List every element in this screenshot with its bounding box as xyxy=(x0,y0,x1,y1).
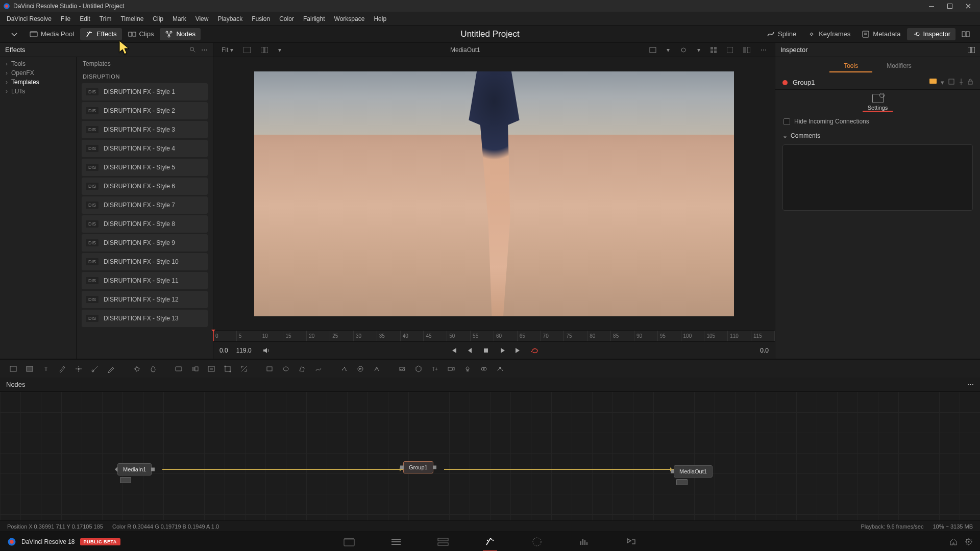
tree-item-tools[interactable]: ›Tools xyxy=(0,59,76,68)
comments-section-header[interactable]: ⌄ Comments xyxy=(775,129,980,142)
viewer-layout-1-button[interactable] xyxy=(240,46,254,54)
stop-button[interactable] xyxy=(479,344,493,357)
menu-davinci-resolve[interactable]: DaVinci Resolve xyxy=(2,12,56,25)
page-media[interactable] xyxy=(341,535,357,549)
hide-incoming-checkbox[interactable] xyxy=(783,118,790,125)
effect-item[interactable]: DISDISRUPTION FX - Style 12 xyxy=(82,291,208,308)
viewer-layout-dropdown[interactable]: ▾ xyxy=(275,45,284,55)
channelbool-tool[interactable] xyxy=(172,362,186,375)
node-versions-dropdown[interactable]: ▾ xyxy=(941,79,944,86)
node-pin-icon[interactable] xyxy=(959,79,964,86)
project-settings-icon[interactable] xyxy=(965,538,973,546)
metadata-tab[interactable]: Metadata xyxy=(856,28,905,40)
ellipse-mask-tool[interactable] xyxy=(279,362,293,375)
tree-item-templates[interactable]: ›Templates xyxy=(0,78,76,87)
menu-workspace[interactable]: Workspace xyxy=(330,12,370,25)
loop-button[interactable] xyxy=(528,344,542,357)
page-fairlight[interactable] xyxy=(576,535,592,549)
tree-item-openfx[interactable]: ›OpenFX xyxy=(0,68,76,78)
page-deliver[interactable] xyxy=(623,535,639,549)
effect-item[interactable]: DISDISRUPTION FX - Style 8 xyxy=(82,215,208,233)
window-maximize-button[interactable] xyxy=(941,1,959,11)
viewer-time-ruler[interactable]: 0510152025303540455055606570758085909510… xyxy=(213,330,775,341)
effect-item[interactable]: DISDISRUPTION FX - Style 2 xyxy=(82,102,208,119)
effect-item[interactable]: DISDISRUPTION FX - Style 3 xyxy=(82,121,208,138)
menu-fusion[interactable]: Fusion xyxy=(247,12,275,25)
viewer-roi-dropdown[interactable]: ▾ xyxy=(664,45,673,55)
menu-playback[interactable]: Playback xyxy=(213,12,247,25)
menu-edit[interactable]: Edit xyxy=(75,12,95,25)
light-tool[interactable] xyxy=(460,362,475,375)
image-plane-tool[interactable] xyxy=(395,362,409,375)
menu-fairlight[interactable]: Fairlight xyxy=(299,12,330,25)
menu-view[interactable]: View xyxy=(191,12,213,25)
viewer-fit-dropdown[interactable]: Fit ▾ xyxy=(218,45,236,55)
camera3d-tool[interactable] xyxy=(444,362,458,375)
effects-options-icon[interactable]: ⋯ xyxy=(201,46,208,54)
effect-item[interactable]: DISDISRUPTION FX - Style 7 xyxy=(82,196,208,214)
node-mediaout1[interactable]: MediaOut1 xyxy=(674,465,713,478)
play-button[interactable] xyxy=(496,344,509,357)
merge3d-tool[interactable] xyxy=(477,362,491,375)
page-cut[interactable] xyxy=(388,535,404,549)
nodes-options-icon[interactable]: ⋯ xyxy=(967,381,974,388)
text3d-tool[interactable]: T+ xyxy=(428,362,442,375)
polygon-mask-tool[interactable] xyxy=(295,362,309,375)
matte-tool[interactable] xyxy=(204,362,218,375)
nodes-graph[interactable]: MediaIn1 Group1 MediaOut1 xyxy=(0,392,980,532)
media-pool-tab[interactable]: Media Pool xyxy=(24,28,79,40)
first-frame-button[interactable] xyxy=(447,344,460,357)
comments-textarea[interactable] xyxy=(782,144,973,211)
inspector-expand-icon[interactable] xyxy=(968,47,975,53)
prender-tool[interactable] xyxy=(353,362,368,375)
keyframe-indicator-icon[interactable] xyxy=(929,79,937,84)
page-edit[interactable] xyxy=(435,535,451,549)
viewer-canvas[interactable] xyxy=(213,57,775,330)
inspector-modifiers-tab[interactable]: Modifiers xyxy=(872,60,926,72)
clips-tab[interactable]: Clips xyxy=(123,28,159,40)
viewer-color-button[interactable] xyxy=(724,46,736,54)
pspawn-tool[interactable] xyxy=(370,362,384,375)
viewer-layout-2-button[interactable] xyxy=(258,46,271,54)
page-fusion[interactable] xyxy=(482,535,498,549)
menu-trim[interactable]: Trim xyxy=(95,12,116,25)
pencil-tool[interactable] xyxy=(104,362,118,375)
inspector-settings-tab[interactable]: Settings xyxy=(863,94,893,112)
effect-item[interactable]: DISDISRUPTION FX - Style 6 xyxy=(82,178,208,195)
viewer-playhead[interactable] xyxy=(213,331,214,341)
effect-item[interactable]: DISDISRUPTION FX - Style 9 xyxy=(82,234,208,252)
resize-tool[interactable] xyxy=(237,362,251,375)
step-back-button[interactable] xyxy=(463,344,476,357)
home-icon[interactable] xyxy=(949,538,958,546)
viewer-split-button[interactable] xyxy=(740,46,753,54)
blur-tool[interactable] xyxy=(146,362,160,375)
node-reset-icon[interactable] xyxy=(948,79,954,86)
render3d-tool[interactable] xyxy=(493,362,507,375)
inspector-node-row[interactable]: Group1 ▾ xyxy=(775,76,980,90)
menu-timeline[interactable]: Timeline xyxy=(116,12,148,25)
bspline-mask-tool[interactable] xyxy=(311,362,326,375)
menu-help[interactable]: Help xyxy=(369,12,391,25)
effect-item[interactable]: DISDISRUPTION FX - Style 4 xyxy=(82,140,208,157)
tracker-tool[interactable] xyxy=(71,362,86,375)
effect-item[interactable]: DISDISRUPTION FX - Style 1 xyxy=(82,83,208,101)
page-color[interactable] xyxy=(529,535,545,549)
node-lock-icon[interactable] xyxy=(968,79,973,86)
shape3d-tool[interactable] xyxy=(411,362,426,375)
node-group1[interactable]: Group1 xyxy=(403,461,433,473)
viewer-grid-button[interactable] xyxy=(707,46,720,54)
paint-tool[interactable] xyxy=(55,362,69,375)
node-mediain1[interactable]: MediaIn1 xyxy=(117,463,152,475)
menu-file[interactable]: File xyxy=(56,12,75,25)
mask-tool[interactable] xyxy=(88,362,102,375)
text-tool[interactable]: T xyxy=(39,362,53,375)
fastnoise-tool[interactable] xyxy=(22,362,37,375)
audio-icon[interactable] xyxy=(260,344,273,357)
search-icon[interactable] xyxy=(189,46,196,54)
effect-item[interactable]: DISDISRUPTION FX - Style 10 xyxy=(82,253,208,270)
effects-tab[interactable]: Effects xyxy=(80,28,122,40)
spline-tab[interactable]: Spline xyxy=(762,28,801,40)
nodes-tab[interactable]: Nodes xyxy=(160,28,201,40)
keyframes-tab[interactable]: Keyframes xyxy=(802,28,855,40)
last-frame-button[interactable] xyxy=(512,344,525,357)
